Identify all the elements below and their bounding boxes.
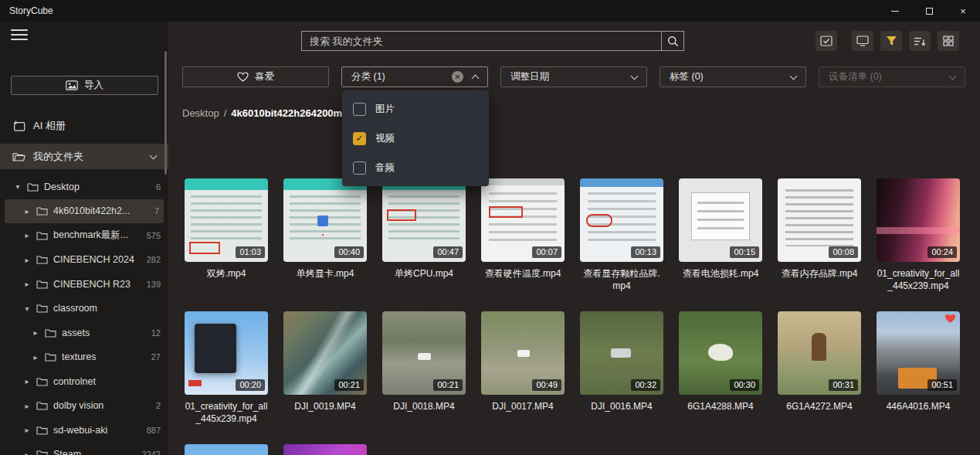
ai-album-icon <box>12 121 25 131</box>
category-option-audio[interactable]: 音频 <box>342 153 489 182</box>
sidebar-scrollbar[interactable] <box>164 51 167 175</box>
expand-arrow-icon[interactable]: ▸ <box>32 353 39 362</box>
expand-arrow-icon[interactable]: ▸ <box>32 328 39 337</box>
sidebar-item-my-folders[interactable]: 我的文件夹 <box>0 144 168 169</box>
import-button[interactable]: 导入 <box>11 76 158 95</box>
clear-filter-icon[interactable]: ✕ <box>452 71 463 83</box>
media-item[interactable]: 00:31 6G1A4272.MP4 <box>778 311 861 425</box>
sidebar-folder-steam[interactable]: ▸ Steam 2242 <box>0 443 168 455</box>
search-icon <box>667 36 679 47</box>
sidebar-folder-benchmark[interactable]: ▸ benchmark最新... 575 <box>0 223 168 248</box>
video-thumbnail[interactable]: 00:49 <box>481 311 565 395</box>
video-thumbnail[interactable]: 01:03 <box>185 178 268 262</box>
search-button[interactable] <box>661 31 684 51</box>
expand-arrow-icon[interactable]: ▸ <box>23 426 31 434</box>
folder-label: CINEBENCH 2024 <box>53 254 141 265</box>
video-thumbnail[interactable]: 00:32 <box>580 311 663 395</box>
folder-label: classroom <box>53 303 155 314</box>
video-thumbnail[interactable]: 00:31 <box>778 311 861 395</box>
expand-arrow-icon[interactable]: ▸ <box>23 402 31 410</box>
category-option-images[interactable]: 图片 <box>342 94 489 124</box>
video-thumbnail[interactable]: 00:15 <box>679 178 762 262</box>
video-thumbnail[interactable]: 00:30 <box>679 311 762 395</box>
media-item[interactable]: 00:13 查看显存颗粒品牌.mp4 <box>580 178 663 292</box>
category-option-videos[interactable]: ✓ 视频 <box>342 124 489 153</box>
sort-icon <box>914 36 926 46</box>
sidebar-folder-cinebench-r23[interactable]: ▸ CINEBENCH R23 139 <box>0 272 168 297</box>
checkbox-checked-icon[interactable]: ✓ <box>353 132 366 145</box>
video-thumbnail[interactable]: 00:24 <box>877 178 960 262</box>
sidebar-folder-assets[interactable]: ▸ assets 12 <box>0 321 168 345</box>
checkbox-unchecked-icon[interactable] <box>353 103 366 116</box>
close-button[interactable]: × <box>946 0 980 22</box>
expand-arrow-icon[interactable]: ▸ <box>23 280 31 288</box>
sidebar-folder-controlnet[interactable]: ▸ controlnet <box>0 369 168 394</box>
video-thumbnail[interactable]: 00:13 <box>580 178 663 262</box>
expand-arrow-icon[interactable]: ▾ <box>23 304 31 313</box>
sort-button[interactable] <box>909 31 931 51</box>
display-mode-button[interactable] <box>852 31 873 51</box>
video-thumbnail[interactable]: 00:21 <box>283 311 367 395</box>
sidebar-folder-dolby-vision[interactable]: ▸ dolby vision 2 <box>0 394 168 419</box>
checkbox-unchecked-icon[interactable] <box>353 161 366 175</box>
media-item-partial[interactable] <box>283 444 367 455</box>
favorites-label: 喜爱 <box>255 70 274 83</box>
video-thumbnail[interactable]: 00:47 <box>382 178 466 262</box>
video-thumbnail[interactable] <box>185 444 268 455</box>
media-item[interactable]: 00:21 DJI_0018.MP4 <box>382 311 466 425</box>
favorite-heart-icon[interactable] <box>944 314 956 324</box>
expand-arrow-icon[interactable]: ▸ <box>23 207 31 216</box>
video-thumbnail[interactable]: 00:51 <box>877 311 960 395</box>
video-thumbnail[interactable]: 00:07 <box>481 178 565 262</box>
video-thumbnail[interactable] <box>283 444 367 455</box>
menu-icon[interactable] <box>11 28 28 42</box>
expand-arrow-icon[interactable]: ▸ <box>23 256 31 264</box>
media-item[interactable]: 00:24 01_creativity_for_all_445x239.mp4 <box>877 178 960 292</box>
sidebar-folder-desktop[interactable]: ▾ Desktop 6 <box>0 175 168 199</box>
search-input[interactable] <box>301 31 661 51</box>
expand-arrow-icon[interactable]: ▸ <box>23 450 31 455</box>
media-item[interactable]: 00:08 查看内存品牌.mp4 <box>778 178 861 292</box>
folder-count: 6 <box>156 182 161 192</box>
filter-button[interactable] <box>880 31 902 51</box>
expand-arrow-icon[interactable]: ▾ <box>14 182 22 191</box>
sidebar-folder-classroom[interactable]: ▾ classroom <box>0 297 168 321</box>
category-filter-button[interactable]: 分类 (1) ✕ <box>341 66 488 87</box>
category-dropdown-menu: 图片 ✓ 视频 音频 <box>342 90 489 186</box>
media-item[interactable]: 00:40 单烤显卡.mp4 <box>283 178 367 292</box>
media-item[interactable]: 00:32 DJI_0016.MP4 <box>580 311 663 425</box>
expand-arrow-icon[interactable]: ▸ <box>23 377 31 385</box>
video-thumbnail[interactable]: 00:20 <box>185 311 268 395</box>
sidebar-folder-textures[interactable]: ▸ textures 27 <box>0 345 168 370</box>
sidebar-item-ai-album[interactable]: AI 相册 <box>0 114 168 138</box>
sidebar-folder-sd-webui-aki[interactable]: ▸ sd-webui-aki 887 <box>0 418 168 443</box>
video-thumbnail[interactable]: 00:21 <box>382 311 466 395</box>
media-item[interactable]: 00:30 6G1A4288.MP4 <box>679 311 762 425</box>
video-filename: 查看内存品牌.mp4 <box>778 267 861 280</box>
sidebar-folder-cinebench-2024[interactable]: ▸ CINEBENCH 2024 282 <box>0 248 168 273</box>
video-filename: DJI_0019.MP4 <box>283 400 367 413</box>
media-item[interactable]: 00:15 查看电池损耗.mp4 <box>679 178 762 292</box>
video-thumbnail[interactable]: 00:40 <box>283 178 367 262</box>
maximize-button[interactable] <box>912 0 946 22</box>
media-item[interactable]: 00:47 单烤CPU.mp4 <box>382 178 466 292</box>
minimize-button[interactable] <box>878 0 912 22</box>
media-item[interactable]: 01:03 双烤.mp4 <box>185 178 268 292</box>
media-item[interactable]: 00:07 查看硬件温度.mp4 <box>481 178 565 292</box>
breadcrumb-root[interactable]: Desktop <box>182 107 219 119</box>
video-thumbnail[interactable]: 00:08 <box>778 178 861 262</box>
grid-view-button[interactable] <box>938 31 959 51</box>
expand-arrow-icon[interactable]: ▸ <box>23 231 31 239</box>
sidebar-folder-4k6010bit422h2[interactable]: ▸ 4k6010bit422h2... 7 <box>5 199 164 224</box>
media-item[interactable]: 00:49 DJI_0017.MP4 <box>481 311 565 425</box>
date-filter-button[interactable]: 调整日期 <box>500 66 647 87</box>
media-item-partial[interactable] <box>185 444 268 455</box>
select-mode-button[interactable] <box>816 31 837 51</box>
media-item[interactable]: 00:51 446A4016.MP4 <box>877 311 960 425</box>
tags-filter-button[interactable]: 标签 (0) <box>660 66 806 87</box>
chevron-down-icon[interactable] <box>150 151 158 159</box>
media-item[interactable]: 00:20 01_creativity_for_all_445x239.mp4 <box>185 311 268 425</box>
display-icon <box>856 36 869 46</box>
favorites-filter-button[interactable]: 喜爱 <box>182 66 329 87</box>
media-item[interactable]: 00:21 DJI_0019.MP4 <box>283 311 367 425</box>
